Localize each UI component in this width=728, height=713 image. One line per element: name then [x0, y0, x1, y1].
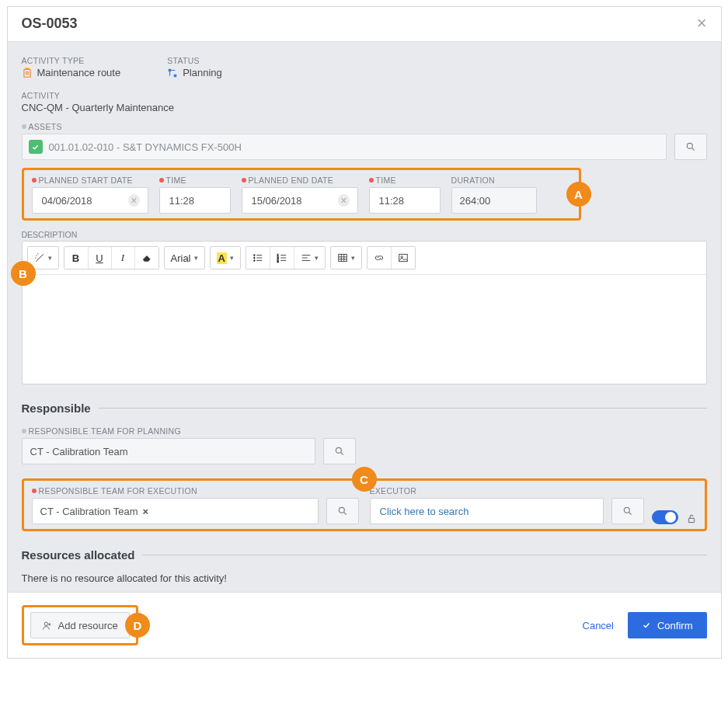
modal-header: OS-0053 × [8, 7, 721, 42]
table-button[interactable] [331, 247, 361, 269]
search-icon [334, 446, 345, 457]
svg-rect-2 [174, 74, 177, 77]
underline-button[interactable]: U [88, 247, 111, 269]
execution-team-search-button[interactable] [326, 498, 359, 524]
activity-block: ACTIVITY CNC-QM - Quarterly Maintenance [22, 91, 707, 113]
executor-toggle[interactable] [652, 510, 678, 524]
italic-button[interactable]: I [111, 247, 134, 269]
planned-end-label: PLANNED END DATE [249, 176, 334, 185]
planned-start-label: PLANNED START DATE [39, 176, 133, 185]
svg-rect-10 [339, 254, 347, 261]
activity-value: CNC-QM - Quarterly Maintenance [22, 102, 175, 113]
modal-footer: Add resource D Cancel Confirm [8, 592, 721, 658]
end-time-label: TIME [376, 176, 396, 185]
font-select[interactable]: Arial [165, 247, 204, 269]
editor-toolbar: B U I Arial A 123 [23, 242, 706, 275]
execution-team-input[interactable]: CT - Calibration Team × [32, 498, 319, 524]
team-chip: CT - Calibration Team × [40, 506, 149, 517]
svg-point-14 [339, 507, 344, 513]
status-label: STATUS [167, 56, 222, 65]
start-time-input[interactable] [159, 187, 231, 214]
divider [142, 555, 706, 555]
assets-label: ASSETS [29, 122, 62, 131]
duration-field: 264:00 [451, 187, 537, 214]
description-label: DESCRIPTION [22, 230, 707, 239]
check-icon [29, 140, 43, 154]
planned-end-date-input[interactable]: × [242, 187, 358, 214]
close-icon[interactable]: × [697, 15, 707, 32]
modal-title: OS-0053 [22, 16, 78, 32]
status-icon [167, 68, 178, 78]
svg-point-3 [687, 143, 692, 148]
planned-start-date-input[interactable]: × [32, 187, 148, 214]
start-time-label: TIME [166, 176, 186, 185]
svg-rect-1 [169, 68, 172, 71]
planning-team-label: RESPONSIBLE TEAM FOR PLANNING [29, 426, 181, 436]
callout-badge-c: C [352, 467, 377, 492]
callout-badge-b: B [11, 261, 36, 286]
optional-dot [22, 124, 26, 129]
modal-window: OS-0053 × ACTIVITY TYPE Maintenance rout… [7, 6, 722, 659]
divider [99, 408, 707, 409]
svg-point-6 [253, 260, 255, 262]
align-button[interactable] [294, 247, 325, 269]
highlight-button[interactable]: A [211, 247, 240, 269]
executor-input[interactable] [370, 498, 604, 524]
required-dot [159, 178, 164, 183]
svg-rect-11 [399, 254, 408, 261]
svg-point-15 [624, 507, 629, 513]
clear-icon[interactable]: × [128, 194, 139, 207]
assets-field: 001.01.02-010 - S&T DYNAMICS FX-500H [22, 134, 667, 160]
callout-a-box: PLANNED START DATE × TIME PLANNED END DA… [22, 168, 581, 221]
search-icon [685, 141, 696, 152]
svg-point-5 [253, 257, 255, 259]
chip-remove-icon[interactable]: × [142, 506, 148, 517]
eraser-button[interactable] [134, 247, 158, 269]
callout-badge-a: A [566, 182, 591, 207]
link-button[interactable] [367, 247, 391, 269]
svg-point-13 [336, 447, 341, 453]
add-user-icon [42, 621, 52, 631]
status-value: Planning [183, 67, 222, 78]
executor-label: EXECUTOR [370, 486, 417, 496]
activity-type-block: ACTIVITY TYPE Maintenance route [22, 56, 121, 78]
optional-dot [22, 429, 26, 433]
search-icon [337, 506, 348, 516]
section-responsible-title: Responsible [22, 402, 91, 415]
bold-button[interactable]: B [64, 247, 88, 269]
add-resource-button[interactable]: Add resource [30, 612, 130, 638]
planning-team-search-button[interactable] [323, 438, 356, 464]
assets-value: 001.01.02-010 - S&T DYNAMICS FX-500H [49, 141, 242, 153]
svg-point-17 [44, 622, 47, 625]
check-icon [642, 621, 651, 630]
executor-search-button[interactable] [611, 498, 644, 524]
activity-type-value: Maintenance route [37, 67, 121, 78]
cancel-button[interactable]: Cancel [583, 620, 614, 631]
svg-rect-0 [23, 69, 30, 77]
end-time-input[interactable] [369, 187, 441, 214]
assets-search-button[interactable] [674, 134, 707, 160]
required-dot [369, 178, 374, 183]
required-dot [32, 489, 37, 493]
planning-team-field: CT - Calibration Team [22, 438, 315, 464]
confirm-button[interactable]: Confirm [628, 612, 707, 638]
svg-rect-16 [688, 518, 694, 522]
clear-icon[interactable]: × [338, 194, 349, 207]
ordered-list-button[interactable]: 123 [270, 247, 294, 269]
execution-team-label: RESPONSIBLE TEAM FOR EXECUTION [39, 486, 197, 496]
duration-label: DURATION [451, 176, 495, 185]
modal-body: ACTIVITY TYPE Maintenance route STATUS P… [8, 42, 721, 592]
required-dot [242, 178, 246, 183]
callout-c-box: C RESPONSIBLE TEAM FOR EXECUTION CT - Ca… [22, 478, 707, 531]
search-icon [622, 506, 633, 516]
unlock-icon[interactable] [686, 513, 697, 524]
section-resources-title: Resources allocated [22, 548, 135, 562]
clipboard-icon [22, 68, 33, 78]
svg-text:3: 3 [277, 259, 279, 263]
required-dot [32, 178, 37, 183]
activity-label: ACTIVITY [22, 91, 707, 100]
image-button[interactable] [391, 247, 415, 269]
unordered-list-button[interactable] [246, 247, 270, 269]
callout-badge-d: D [125, 613, 150, 638]
editor-textarea[interactable] [23, 275, 706, 384]
